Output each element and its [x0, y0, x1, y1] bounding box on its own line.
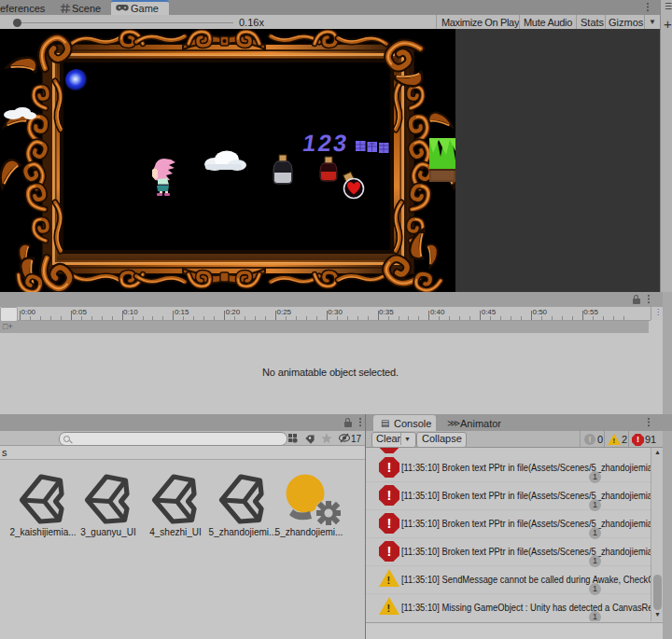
svg-text:3_guanyu_UI: 3_guanyu_UI — [80, 527, 136, 537]
svg-text:5_zhandojiemi...: 5_zhandojiemi... — [275, 527, 343, 537]
svg-text:5_zhandojiemi...: 5_zhandojiemi... — [209, 527, 277, 537]
svg-text:2_kaishijiemia...: 2_kaishijiemia... — [9, 527, 76, 537]
svg-text:123: 123 — [301, 130, 351, 156]
svg-text:17: 17 — [351, 434, 362, 444]
svg-text:4_shezhi_UI: 4_shezhi_UI — [149, 527, 202, 537]
